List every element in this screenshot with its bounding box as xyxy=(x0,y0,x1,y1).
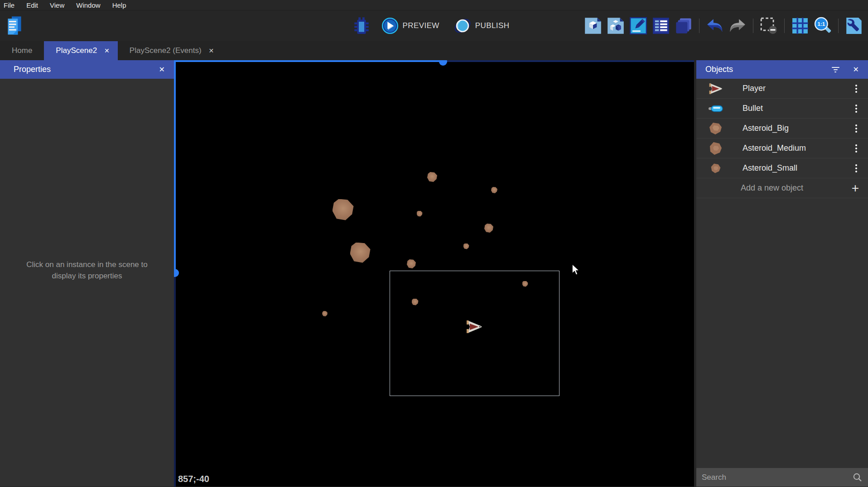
edit-object-groups-button[interactable] xyxy=(607,15,625,37)
scene-window-border-top xyxy=(174,60,443,62)
edit-pencil-icon xyxy=(630,17,647,34)
project-manager-icon xyxy=(7,15,22,36)
objects-panel: Objects ✕ Player xyxy=(696,60,868,487)
zoom-original-button[interactable]: 1:1 xyxy=(814,15,832,37)
toolbar-divider xyxy=(838,19,839,33)
tab-playscene2-events[interactable]: PlayScene2 (Events) ✕ xyxy=(118,41,226,60)
svg-text:1:1: 1:1 xyxy=(817,21,825,27)
object-menu-button[interactable] xyxy=(853,83,860,95)
object-name: Asteroid_Big xyxy=(743,124,853,133)
tab-playscene2-events-label: PlayScene2 (Events) xyxy=(130,46,202,55)
menu-view[interactable]: View xyxy=(50,1,64,9)
toolbar-divider xyxy=(699,19,699,33)
scene-border-handle-top[interactable] xyxy=(439,60,447,66)
object-menu-button[interactable] xyxy=(853,123,860,134)
open-settings-button[interactable] xyxy=(845,15,863,37)
toggle-grid-button[interactable] xyxy=(791,15,809,37)
tab-home-label: Home xyxy=(12,46,32,55)
asteroid-instance[interactable] xyxy=(417,211,423,217)
object-row-asteroid-small[interactable]: Asteroid_Small xyxy=(696,158,868,178)
add-object-button[interactable]: Add a new object + xyxy=(696,178,868,198)
open-instances-list-button[interactable] xyxy=(652,15,670,37)
object-menu-button[interactable] xyxy=(853,162,860,174)
properties-panel: Properties ✕ Click on an instance in the… xyxy=(0,60,174,487)
menu-window[interactable]: Window xyxy=(76,1,100,9)
asteroid-instance[interactable] xyxy=(350,243,371,263)
player-instance[interactable] xyxy=(466,320,483,334)
publish-button[interactable]: PUBLISH xyxy=(454,17,510,34)
undo-icon xyxy=(706,19,723,33)
tab-close-icon[interactable]: ✕ xyxy=(104,48,110,54)
edit-object-groups-icon xyxy=(607,17,624,34)
debugger-button[interactable] xyxy=(352,15,371,37)
instances-list-icon xyxy=(652,17,670,34)
preview-button[interactable]: PREVIEW xyxy=(381,17,439,34)
edit-objects-icon xyxy=(584,17,602,34)
edit-scene-properties-button[interactable] xyxy=(629,15,647,37)
object-row-player[interactable]: Player xyxy=(696,79,868,99)
asteroid-instance[interactable] xyxy=(407,259,416,268)
asteroid-instance[interactable] xyxy=(463,244,469,249)
scene-window-border-left xyxy=(174,60,176,273)
grid-icon xyxy=(792,18,808,34)
menu-file[interactable]: File xyxy=(4,1,14,9)
project-manager-button[interactable] xyxy=(5,15,24,37)
object-menu-button[interactable] xyxy=(853,103,860,115)
object-row-asteroid-medium[interactable]: Asteroid_Medium xyxy=(696,138,868,158)
toolbar-divider xyxy=(753,19,753,33)
object-name: Asteroid_Small xyxy=(743,163,853,173)
plus-icon: + xyxy=(852,182,859,195)
asteroid-instance[interactable] xyxy=(322,311,328,316)
object-row-bullet[interactable]: Bullet xyxy=(696,99,868,119)
objects-close-icon[interactable]: ✕ xyxy=(851,64,861,75)
asteroid-thumbnail-icon xyxy=(707,142,724,155)
preview-label: PREVIEW xyxy=(403,21,439,30)
tab-close-icon[interactable]: ✕ xyxy=(209,48,214,54)
player-thumbnail-icon xyxy=(707,83,724,95)
toolbar-divider xyxy=(784,19,785,33)
clear-selection-button[interactable] xyxy=(760,15,778,37)
asteroid-instance[interactable] xyxy=(427,172,437,182)
object-name: Bullet xyxy=(743,104,853,113)
redo-icon xyxy=(729,19,746,33)
edit-layers-button[interactable] xyxy=(675,15,693,37)
add-object-label: Add a new object xyxy=(741,183,852,193)
menu-edit[interactable]: Edit xyxy=(26,1,38,9)
toolbar: PREVIEW PUBLISH xyxy=(0,10,868,41)
search-icon xyxy=(853,473,863,482)
tab-home[interactable]: Home xyxy=(0,41,44,60)
properties-panel-body: Click on an instance in the scene to dis… xyxy=(0,79,174,487)
object-name: Player xyxy=(743,84,853,93)
scene-border-handle-left[interactable] xyxy=(174,269,179,277)
asteroid-instance[interactable] xyxy=(333,199,354,220)
asteroid-instance[interactable] xyxy=(484,224,493,233)
properties-empty-message: Click on an instance in the scene to dis… xyxy=(24,259,150,282)
scene-canvas[interactable]: 857;-40 xyxy=(174,60,694,487)
object-row-asteroid-big[interactable]: Asteroid_Big xyxy=(696,119,868,138)
zoom-1-1-icon: 1:1 xyxy=(814,17,832,35)
redo-button[interactable] xyxy=(728,15,747,37)
tab-playscene2[interactable]: PlayScene2 ✕ xyxy=(44,41,117,60)
publish-globe-icon xyxy=(454,17,471,34)
asteroid-thumbnail-icon xyxy=(707,122,724,135)
menu-help[interactable]: Help xyxy=(112,1,126,9)
asteroid-instance[interactable] xyxy=(491,187,497,193)
objects-search-bar xyxy=(696,468,868,487)
filter-icon[interactable] xyxy=(832,67,839,72)
debugger-bug-icon xyxy=(353,16,370,35)
undo-button[interactable] xyxy=(706,15,724,37)
object-name: Asteroid_Medium xyxy=(743,143,853,153)
objects-search-input[interactable] xyxy=(702,473,853,482)
scene-window-border-top-dark xyxy=(443,60,694,62)
properties-panel-title: Properties xyxy=(14,65,51,74)
scene-window-border-left-dark xyxy=(174,273,176,487)
cursor-coordinates-label: 857;-40 xyxy=(178,474,209,484)
edit-objects-button[interactable] xyxy=(584,15,602,37)
object-menu-button[interactable] xyxy=(853,143,860,154)
preview-play-icon xyxy=(381,17,399,34)
properties-close-icon[interactable]: ✕ xyxy=(157,64,167,75)
publish-label: PUBLISH xyxy=(475,21,510,30)
properties-panel-header: Properties ✕ xyxy=(0,60,174,79)
bullet-thumbnail-icon xyxy=(707,105,724,112)
objects-panel-header: Objects ✕ xyxy=(696,60,868,79)
